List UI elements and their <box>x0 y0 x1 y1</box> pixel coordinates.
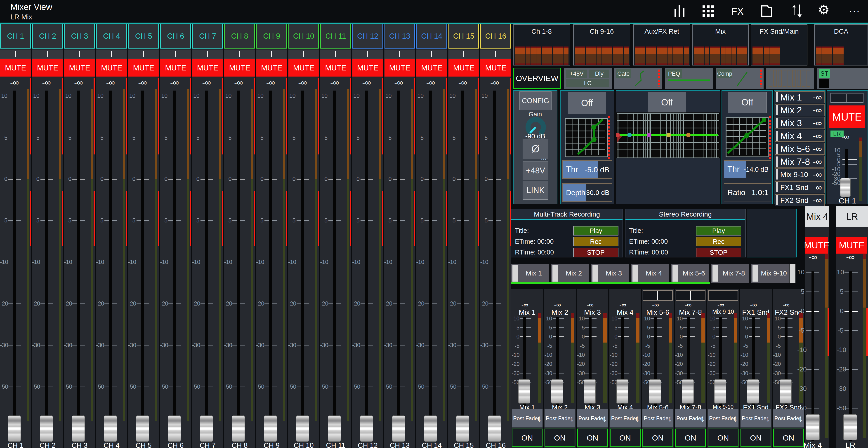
mute-button[interactable]: MUTE <box>96 59 127 76</box>
post-fader-button[interactable]: Post Fader↓ <box>773 409 804 427</box>
fader-track[interactable] <box>141 91 144 442</box>
fader-track[interactable] <box>45 91 48 442</box>
mute-button[interactable]: MUTE <box>836 237 867 253</box>
pan-control[interactable] <box>96 50 127 59</box>
fader-knob[interactable] <box>360 415 373 442</box>
fader-knob[interactable] <box>518 379 530 404</box>
pan-control[interactable] <box>831 93 864 103</box>
pan-control[interactable] <box>676 290 706 301</box>
gain-knob[interactable] <box>526 117 546 131</box>
mute-button[interactable]: MUTE <box>128 59 159 76</box>
fader-knob[interactable] <box>264 415 277 442</box>
fader-track[interactable] <box>301 91 304 442</box>
fader-knob[interactable] <box>328 415 341 442</box>
fader-knob[interactable] <box>232 415 245 442</box>
fader-knob[interactable] <box>200 415 213 442</box>
fader-track[interactable] <box>493 91 496 442</box>
fader-knob[interactable] <box>682 379 694 404</box>
post-fader-button[interactable]: Post Fader↓ <box>643 409 673 427</box>
fader-knob[interactable] <box>843 414 857 440</box>
config-button[interactable]: CONFIG <box>520 92 552 110</box>
send-row[interactable]: Mix 7-8-∞ <box>775 156 825 168</box>
fader-track[interactable] <box>333 91 336 442</box>
fader-knob[interactable] <box>747 379 759 404</box>
fader-knob[interactable] <box>780 379 792 404</box>
fx-button[interactable]: FX <box>731 6 744 19</box>
post-fader-button[interactable]: Post Fader↓ <box>512 409 542 427</box>
fader-knob[interactable] <box>40 415 53 442</box>
link-button[interactable]: LINK <box>523 181 548 200</box>
play-button[interactable]: Play <box>696 226 741 236</box>
comp-ratio-row[interactable]: Ratio 1.0:1 <box>724 183 771 201</box>
phantom-button[interactable]: +48V <box>566 70 587 78</box>
pan-control[interactable] <box>643 290 673 301</box>
comp-thumbnail[interactable]: Comp <box>716 68 764 89</box>
bank-tab-mix[interactable]: Mix <box>692 24 749 66</box>
fader-knob[interactable] <box>456 415 469 442</box>
post-fader-button[interactable]: Post Fader↓ <box>708 409 739 427</box>
pan-control[interactable] <box>352 50 383 59</box>
mute-button[interactable]: MUTE <box>829 105 865 128</box>
mix-tab-mix-2[interactable]: Mix 2 <box>551 264 589 283</box>
stop-button[interactable]: STOP <box>573 248 618 257</box>
master-select-button[interactable]: Mix 4 <box>805 206 829 227</box>
meters-icon[interactable] <box>674 4 686 17</box>
post-fader-button[interactable]: Post Fader↓ <box>610 409 641 427</box>
phase-button[interactable]: Ø <box>523 139 548 159</box>
input-stage-thumbnail[interactable]: +48V Dly LC <box>564 68 612 89</box>
pan-control[interactable] <box>708 290 738 301</box>
fader-knob[interactable] <box>806 414 819 440</box>
gate-thumbnail[interactable]: Gate <box>614 68 662 89</box>
pan-control[interactable] <box>0 50 31 59</box>
sort-arrows-icon[interactable] <box>792 4 802 17</box>
gate-depth-row[interactable]: Depth 30.0 dB <box>562 183 612 202</box>
on-button[interactable]: ON <box>708 428 739 447</box>
channel-select-button[interactable]: CH 10 <box>288 24 319 48</box>
channel-select-button[interactable]: CH 1 <box>0 24 31 48</box>
mix-tab-mix-1[interactable]: Mix 1 <box>511 264 549 283</box>
pan-control[interactable] <box>320 50 351 59</box>
rec-button[interactable]: Rec <box>696 237 741 246</box>
fader-track[interactable] <box>397 91 400 442</box>
pan-control[interactable] <box>288 50 319 59</box>
channel-select-button[interactable]: CH 13 <box>384 24 415 48</box>
apps-grid-icon[interactable] <box>703 5 714 18</box>
mute-button[interactable]: MUTE <box>256 59 287 76</box>
sends-thumbnail[interactable] <box>766 68 814 89</box>
mute-button[interactable]: MUTE <box>64 59 95 76</box>
mute-button[interactable]: MUTE <box>416 59 447 76</box>
pan-control[interactable] <box>448 50 479 59</box>
pan-control[interactable] <box>480 50 511 59</box>
mix-tab-mix-5-6[interactable]: Mix 5-6 <box>671 264 709 283</box>
channel-select-button[interactable]: CH 12 <box>352 24 383 48</box>
comp-state-button[interactable]: Off <box>728 92 767 113</box>
channel-select-button[interactable]: CH 2 <box>32 24 63 48</box>
pan-control[interactable] <box>416 50 447 59</box>
channel-select-button[interactable]: CH 4 <box>96 24 127 48</box>
mute-button[interactable]: MUTE <box>160 59 191 76</box>
on-button[interactable]: ON <box>675 428 706 447</box>
mix-tab-mix-9-10[interactable]: Mix 9-10 <box>751 264 789 283</box>
pan-control[interactable] <box>384 50 415 59</box>
fader-track[interactable] <box>365 91 368 442</box>
eq-state-button[interactable]: Off <box>648 92 686 113</box>
rec-button[interactable]: Rec <box>573 237 618 246</box>
fader-knob[interactable] <box>840 178 850 197</box>
mute-button[interactable]: MUTE <box>320 59 351 76</box>
fader-track[interactable] <box>429 91 432 442</box>
fader-track[interactable] <box>173 91 176 442</box>
gate-state-button[interactable]: Off <box>568 92 606 114</box>
mix-tab-mix-7-8[interactable]: Mix 7-8 <box>711 264 749 283</box>
on-button[interactable]: ON <box>545 428 575 447</box>
send-row[interactable]: Mix 5-6-∞ <box>775 143 825 155</box>
eq-graph[interactable] <box>616 112 720 158</box>
mute-button[interactable]: MUTE <box>288 59 319 76</box>
play-button[interactable]: Play <box>573 226 618 236</box>
comp-threshold-row[interactable]: Thr -14.0 dB <box>724 160 771 178</box>
phantom-48v-button[interactable]: +48V <box>523 161 548 180</box>
mix-tab-mix-4[interactable]: Mix 4 <box>631 264 669 283</box>
send-row[interactable]: FX2 Snd-∞ <box>775 194 825 206</box>
fader-knob[interactable] <box>616 379 628 404</box>
send-row[interactable]: FX1 Snd-∞ <box>775 181 825 193</box>
pan-control[interactable] <box>192 50 223 59</box>
